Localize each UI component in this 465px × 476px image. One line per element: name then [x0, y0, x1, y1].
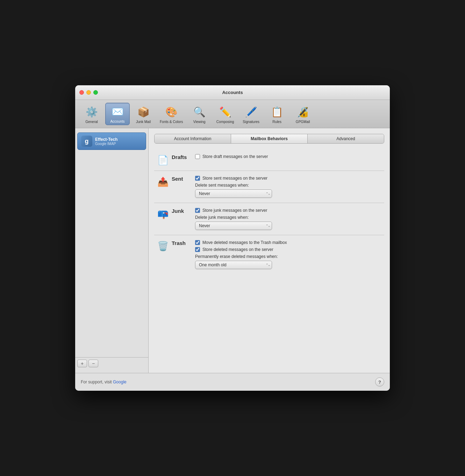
sent-store-label: Store sent messages on the server [202, 176, 267, 181]
support-text: For support, visit Google [81, 380, 127, 384]
drafts-section: 📄 Drafts Store draft messages on the ser… [154, 149, 384, 171]
sidebar-buttons: + − [75, 357, 148, 369]
junk-store-label: Store junk messages on the server [202, 208, 267, 213]
drafts-icon: 📄 [154, 154, 172, 166]
trash-controls: Move deleted messages to the Trash mailb… [195, 240, 384, 269]
trash-store-row: Store deleted messages on the server [195, 247, 384, 252]
trash-move-label: Move deleted messages to the Trash mailb… [202, 240, 287, 245]
fontscolors-icon: 🎨 [164, 105, 178, 119]
junkmail-label: Junk Mail [136, 120, 151, 124]
toolbar-item-gpgmail[interactable]: 🔏 GPGMail [291, 103, 315, 125]
signatures-icon: 🖊️ [244, 105, 258, 119]
account-item-effect-tech[interactable]: g Effect-Tech Google IMAP [77, 132, 146, 150]
toolbar-item-signatures[interactable]: 🖊️ Signatures [239, 103, 263, 125]
junk-store-checkbox[interactable] [195, 208, 200, 213]
junk-controls: Store junk messages on the server Delete… [195, 208, 384, 230]
drafts-store-checkbox[interactable] [195, 154, 200, 159]
trash-store-label: Store deleted messages on the server [202, 247, 273, 252]
sent-delete-label: Delete sent messages when: [195, 183, 384, 188]
sent-icon: 📤 [154, 176, 172, 187]
traffic-lights [79, 90, 98, 95]
composing-label: Composing [216, 120, 234, 124]
minimize-button[interactable] [86, 90, 91, 95]
trash-title: Trash [172, 240, 191, 246]
account-info: Effect-Tech Google IMAP [95, 137, 142, 146]
add-account-button[interactable]: + [77, 360, 87, 367]
drafts-title: Drafts [172, 154, 191, 160]
trash-erase-row: Never One day old One week old One month… [195, 261, 384, 269]
trash-section: 🗑️ Trash Move deleted messages to the Tr… [154, 235, 384, 274]
toolbar-item-rules[interactable]: 📋 Rules [265, 103, 289, 125]
viewing-icon: 🔍 [192, 105, 206, 119]
tab-mailbox-behaviors[interactable]: Mailbox Behaviors [231, 134, 308, 143]
junkmail-icon: 📦 [136, 105, 150, 119]
accounts-icon: ✉️ [110, 104, 124, 118]
viewing-label: Viewing [193, 120, 206, 124]
gpgmail-icon: 🔏 [296, 105, 310, 119]
sent-controls: Store sent messages on the server Delete… [195, 176, 384, 198]
sent-delete-wrapper: Never One day old One week old One month… [195, 189, 272, 198]
junk-icon: 📪 [154, 208, 172, 219]
toolbar-item-composing[interactable]: ✏️ Composing [213, 103, 237, 125]
accounts-label: Accounts [110, 120, 124, 123]
account-name: Effect-Tech [95, 137, 142, 142]
trash-move-row: Move deleted messages to the Trash mailb… [195, 240, 384, 245]
rules-label: Rules [272, 120, 281, 124]
junk-delete-label: Delete junk messages when: [195, 215, 384, 220]
drafts-store-label: Store draft messages on the server [202, 154, 268, 159]
fontscolors-label: Fonts & Colors [160, 120, 183, 124]
junk-delete-wrapper: Never One day old One week old One month… [195, 222, 272, 230]
toolbar-item-general[interactable]: ⚙️ General [79, 103, 104, 125]
close-button[interactable] [79, 90, 84, 95]
remove-account-button[interactable]: − [88, 360, 98, 367]
account-type: Google IMAP [95, 142, 142, 146]
general-label: General [85, 120, 98, 124]
trash-store-checkbox[interactable] [195, 247, 200, 252]
composing-icon: ✏️ [218, 105, 232, 119]
trash-erase-select[interactable]: Never One day old One week old One month… [195, 261, 272, 269]
junk-store-row: Store junk messages on the server [195, 208, 384, 213]
toolbar: ⚙️ General ✉️ Accounts 📦 Junk Mail 🎨 Fon… [75, 100, 390, 128]
help-button[interactable]: ? [375, 377, 384, 387]
junk-delete-row: Never One day old One week old One month… [195, 222, 384, 230]
sent-section: 📤 Sent Store sent messages on the server… [154, 171, 384, 203]
toolbar-item-viewing[interactable]: 🔍 Viewing [187, 103, 212, 125]
sent-store-checkbox[interactable] [195, 176, 200, 181]
toolbar-item-junkmail[interactable]: 📦 Junk Mail [131, 103, 156, 125]
sent-delete-select[interactable]: Never One day old One week old One month… [195, 189, 272, 198]
maximize-button[interactable] [93, 90, 98, 95]
junk-delete-select[interactable]: Never One day old One week old One month… [195, 222, 272, 230]
drafts-store-row: Store draft messages on the server [195, 154, 384, 159]
account-google-icon: g [81, 136, 92, 147]
general-icon: ⚙️ [85, 105, 99, 119]
junk-title: Junk [172, 208, 191, 214]
support-bar: For support, visit Google ? [75, 373, 390, 391]
junk-section: 📪 Junk Store junk messages on the server… [154, 203, 384, 235]
tab-account-information[interactable]: Account Information [155, 134, 231, 143]
sent-store-row: Store sent messages on the server [195, 176, 384, 181]
trash-icon: 🗑️ [154, 240, 172, 252]
trash-erase-label: Permanently erase deleted messages when: [195, 254, 384, 259]
sent-title: Sent [172, 176, 191, 182]
rules-icon: 📋 [270, 105, 284, 119]
gpgmail-label: GPGMail [296, 120, 310, 124]
trash-erase-wrapper: Never One day old One week old One month… [195, 261, 272, 269]
drafts-controls: Store draft messages on the server [195, 154, 384, 161]
google-support-link[interactable]: Google [113, 380, 127, 384]
trash-move-checkbox[interactable] [195, 240, 200, 245]
sidebar-spacer [75, 151, 148, 357]
sidebar: g Effect-Tech Google IMAP + − [75, 128, 149, 373]
main-window: Accounts ⚙️ General ✉️ Accounts 📦 Junk M… [75, 85, 390, 391]
toolbar-item-fontscolors[interactable]: 🎨 Fonts & Colors [157, 103, 186, 125]
toolbar-item-accounts[interactable]: ✉️ Accounts [105, 103, 130, 125]
content-area: g Effect-Tech Google IMAP + − Account In… [75, 128, 390, 373]
tab-advanced[interactable]: Advanced [308, 134, 384, 143]
sent-delete-row: Never One day old One week old One month… [195, 189, 384, 198]
main-content: Account Information Mailbox Behaviors Ad… [149, 128, 390, 373]
tabs-bar: Account Information Mailbox Behaviors Ad… [154, 134, 384, 144]
signatures-label: Signatures [243, 120, 259, 124]
titlebar: Accounts [75, 85, 390, 100]
window-title: Accounts [222, 90, 243, 95]
